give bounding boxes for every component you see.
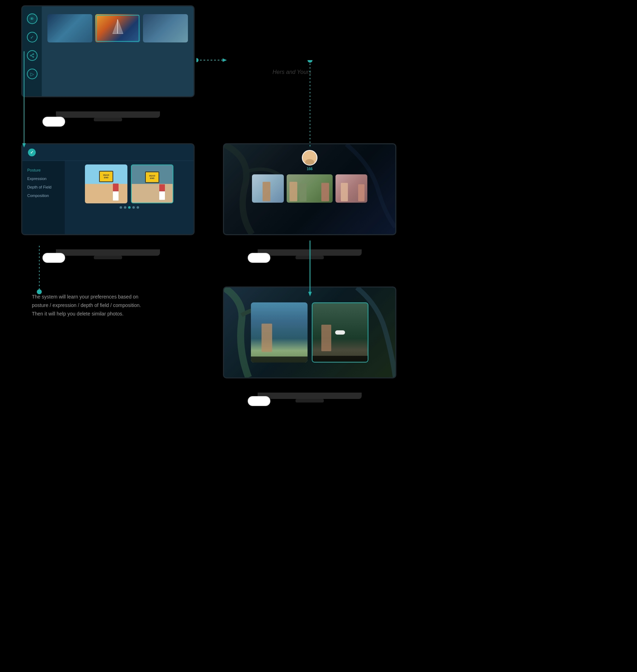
- tv4-left-bg: [251, 302, 308, 363]
- person-yours-2: [358, 184, 365, 201]
- svg-point-8: [306, 152, 313, 159]
- tv4-jennifer-photo[interactable]: [312, 302, 368, 363]
- check-icon[interactable]: ✓: [27, 32, 38, 42]
- person-hers-yours-1: [289, 182, 297, 201]
- person-right: [159, 184, 165, 200]
- learn-text: The system will learn your preferences b…: [32, 293, 180, 318]
- tv2-nav: Posture Expression Depth of Field Compos…: [22, 161, 65, 235]
- tv3-yours-photo[interactable]: [335, 174, 367, 203]
- hers-yours-annotation: Hers and Yours: [173, 69, 311, 77]
- tv2-photo-comparison: DEADEND DEADEND: [65, 161, 194, 235]
- tv4-rosa-photo[interactable]: [251, 302, 308, 363]
- delete-photos-button[interactable]: [42, 253, 65, 263]
- nav-expression[interactable]: Expression: [22, 174, 65, 183]
- tv2-main: Posture Expression Depth of Field Compos…: [22, 161, 194, 235]
- dot-3: [128, 206, 131, 209]
- send-photos-button[interactable]: [248, 396, 270, 406]
- view-photos-button[interactable]: [42, 117, 65, 127]
- dead-end-sign-right: DEADEND: [145, 172, 159, 183]
- tv3-hers-and-yours-photo[interactable]: [287, 174, 333, 203]
- tv3-photos-row: [248, 174, 372, 204]
- share-icon[interactable]: [27, 50, 38, 61]
- count-number: 166: [307, 167, 313, 171]
- tv4-base: [295, 399, 324, 402]
- tv3-hers-block: [252, 174, 284, 204]
- description-box: The system will learn your preferences b…: [32, 290, 180, 318]
- priority-check-icon: ✓: [28, 149, 36, 156]
- tv1-sidebar: 👁 ✓ ▷: [22, 6, 42, 96]
- jennifer-figure: [321, 325, 331, 351]
- tv3-stand: [258, 249, 362, 256]
- tv1-stand: [56, 111, 160, 118]
- tv4-jennifer-info: [312, 356, 368, 362]
- send-to-rosa-button[interactable]: [335, 330, 345, 335]
- nav-posture[interactable]: Posture: [22, 166, 65, 174]
- person-hers: [263, 182, 270, 201]
- tv2-wrapper: ✓ Posture Expression Depth of Field Comp…: [21, 143, 195, 249]
- tv1-wrapper: 👁 ✓ ▷: [21, 5, 195, 111]
- rosa-count: 166: [307, 167, 313, 171]
- priority-badge: ✓: [28, 149, 38, 156]
- connector-dots-left: [36, 246, 42, 295]
- friends-page-button[interactable]: [248, 253, 270, 263]
- tv2-header: ✓: [22, 144, 194, 161]
- tv1-home-screen: 👁 ✓ ▷: [21, 5, 195, 97]
- tv3-hers-and-yours-block: [287, 174, 333, 204]
- tv2-photo-left[interactable]: DEADEND: [85, 164, 127, 203]
- tv4-stand: [258, 393, 362, 399]
- nav-depth-of-field[interactable]: Depth of Field: [22, 183, 65, 191]
- svg-marker-14: [223, 58, 227, 62]
- svg-rect-6: [117, 19, 118, 34]
- tv2-priority-screen: ✓ Posture Expression Depth of Field Comp…: [21, 143, 195, 235]
- play-icon[interactable]: ▷: [27, 69, 38, 79]
- dot-5: [137, 206, 139, 209]
- tv3-wrapper: 166: [223, 143, 396, 249]
- tv2-pagination-dots: [120, 206, 139, 209]
- tv4-rosa-info: [251, 357, 308, 363]
- svg-point-1: [30, 55, 31, 56]
- tv3-hers-photo[interactable]: [252, 174, 284, 203]
- dot-4: [132, 206, 135, 209]
- bigsur-photo[interactable]: [143, 14, 188, 42]
- person-left: [113, 184, 119, 201]
- person-yours: [341, 183, 348, 201]
- tv2-base: [94, 256, 122, 259]
- svg-point-13: [196, 58, 199, 62]
- tv4-content: [224, 288, 395, 377]
- svg-line-3: [31, 54, 33, 56]
- rosa-avatar: [302, 150, 317, 166]
- tv3-friends-screen: 166: [223, 143, 396, 235]
- tv4-wrapper: [223, 286, 396, 393]
- svg-point-2: [33, 57, 34, 58]
- rosa-figure: [262, 324, 272, 352]
- locations-photos: [47, 14, 188, 42]
- tv2-stand: [56, 249, 160, 256]
- person-hers-yours-2: [299, 184, 306, 201]
- hers-yours-title: Hers and Yours: [173, 69, 311, 75]
- nav-composition[interactable]: Composition: [22, 191, 65, 200]
- svg-line-4: [31, 56, 33, 57]
- svg-point-0: [33, 54, 34, 55]
- tv3-content: 166: [224, 144, 395, 234]
- tv4-send-screen: [223, 286, 396, 378]
- dot-2: [124, 206, 126, 209]
- tv3-base: [295, 256, 324, 259]
- svg-point-9: [305, 159, 314, 166]
- svg-point-16: [308, 60, 312, 63]
- dead-end-sign-left: DEADEND: [99, 171, 113, 182]
- carmel-photo[interactable]: [95, 14, 140, 42]
- monterey-photo[interactable]: [47, 14, 92, 42]
- tv3-yours-block: [335, 174, 367, 204]
- eye-icon[interactable]: 👁: [27, 13, 38, 24]
- dot-1: [120, 206, 122, 209]
- tv1-base: [94, 118, 122, 121]
- tv1-content: [42, 6, 194, 96]
- tv2-photo-row: DEADEND DEADEND: [85, 164, 173, 203]
- tv4-rosa-caption: [253, 358, 305, 361]
- person-hers-yours-3: [321, 183, 329, 201]
- tv2-photo-right[interactable]: DEADEND: [131, 164, 173, 203]
- tv4-jennifer-caption: [315, 357, 366, 360]
